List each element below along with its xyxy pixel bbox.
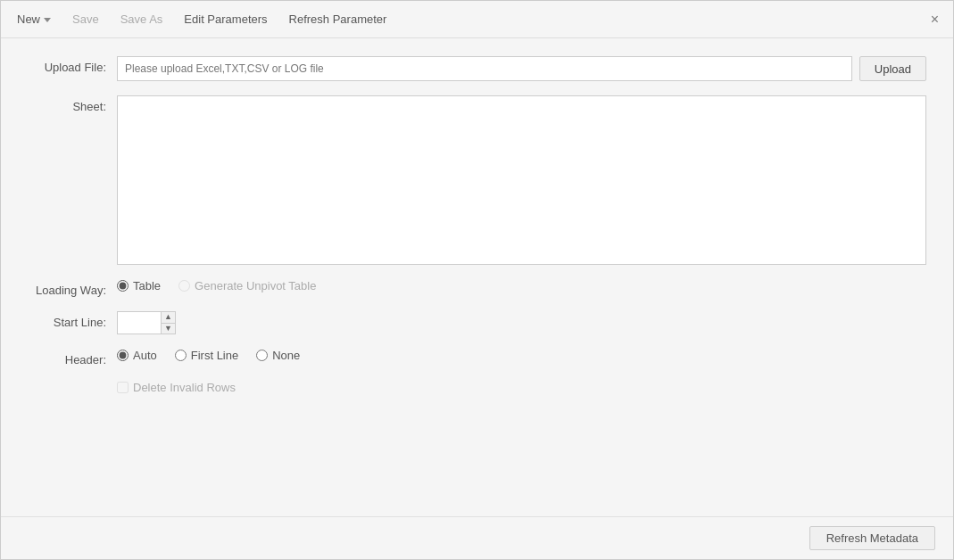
start-line-controls: 1 ▲ ▼ [117, 311, 926, 334]
save-label: Save [72, 12, 99, 26]
loading-way-table-label: Table [133, 279, 161, 292]
header-auto-option[interactable]: Auto [117, 349, 157, 362]
footer: Refresh Metadata [1, 516, 953, 559]
header-none-radio[interactable] [256, 350, 268, 361]
save-as-button[interactable]: Save As [112, 9, 172, 29]
save-as-label: Save As [120, 12, 163, 26]
start-line-row: Start Line: 1 ▲ ▼ [28, 311, 926, 334]
loading-way-unpivot-label: Generate Unpivot Table [195, 279, 316, 292]
sheet-label: Sheet: [28, 95, 117, 113]
loading-way-table-option[interactable]: Table [117, 279, 161, 292]
delete-invalid-rows-checkbox[interactable] [117, 382, 129, 393]
upload-button[interactable]: Upload [859, 56, 926, 81]
new-chevron-icon [44, 18, 51, 22]
header-none-option[interactable]: None [256, 349, 300, 362]
header-auto-label: Auto [133, 349, 157, 362]
new-label: New [17, 12, 40, 26]
spinner-buttons: ▲ ▼ [162, 311, 176, 334]
edit-parameters-label: Edit Parameters [184, 12, 267, 26]
header-label: Header: [28, 349, 117, 366]
save-button[interactable]: Save [63, 9, 108, 29]
header-auto-radio[interactable] [117, 350, 129, 361]
upload-file-controls: Upload [117, 56, 926, 81]
new-button[interactable]: New [8, 9, 60, 29]
start-line-input[interactable]: 1 [117, 311, 162, 334]
header-row: Header: Auto First Line None [28, 349, 926, 366]
sheet-row: Sheet: [28, 95, 926, 265]
loading-way-row: Loading Way: Table Generate Unpivot Tabl… [28, 279, 926, 297]
refresh-metadata-label: Refresh Metadata [826, 531, 918, 545]
loading-way-unpivot-radio[interactable] [178, 280, 190, 292]
upload-button-label: Upload [875, 62, 911, 76]
delete-invalid-rows-row: Delete Invalid Rows [28, 381, 926, 394]
spinner-down-button[interactable]: ▼ [162, 324, 175, 334]
close-icon: × [931, 12, 939, 27]
upload-file-input[interactable] [117, 56, 852, 81]
header-first-line-radio[interactable] [175, 350, 187, 361]
close-button[interactable]: × [924, 8, 946, 31]
main-window: New Save Save As Edit Parameters Refresh… [0, 0, 954, 560]
upload-file-row: Upload File: Upload [28, 56, 926, 81]
refresh-metadata-button[interactable]: Refresh Metadata [809, 526, 935, 550]
loading-way-unpivot-option[interactable]: Generate Unpivot Table [178, 279, 316, 292]
delete-invalid-rows-spacer [28, 381, 117, 385]
header-first-line-label: First Line [191, 349, 238, 362]
sheet-controls [117, 95, 926, 265]
main-content: Upload File: Upload Sheet: Loading Way: … [1, 38, 953, 516]
spinner-up-button[interactable]: ▲ [162, 312, 175, 324]
delete-invalid-rows-option[interactable]: Delete Invalid Rows [117, 381, 236, 394]
loading-way-table-radio[interactable] [117, 280, 129, 292]
delete-invalid-rows-label: Delete Invalid Rows [133, 381, 236, 394]
refresh-parameter-button[interactable]: Refresh Parameter [280, 9, 396, 29]
toolbar: New Save Save As Edit Parameters Refresh… [1, 1, 953, 38]
sheet-textarea[interactable] [117, 95, 926, 265]
delete-invalid-rows-controls: Delete Invalid Rows [117, 381, 926, 394]
edit-parameters-button[interactable]: Edit Parameters [175, 9, 276, 29]
header-none-label: None [272, 349, 300, 362]
upload-file-label: Upload File: [28, 56, 117, 74]
loading-way-controls: Table Generate Unpivot Table [117, 279, 926, 292]
refresh-parameter-label: Refresh Parameter [289, 12, 387, 26]
header-controls: Auto First Line None [117, 349, 926, 362]
start-line-label: Start Line: [28, 311, 117, 329]
start-line-spinner: 1 ▲ ▼ [117, 311, 176, 334]
header-first-line-option[interactable]: First Line [175, 349, 238, 362]
loading-way-label: Loading Way: [28, 279, 117, 297]
